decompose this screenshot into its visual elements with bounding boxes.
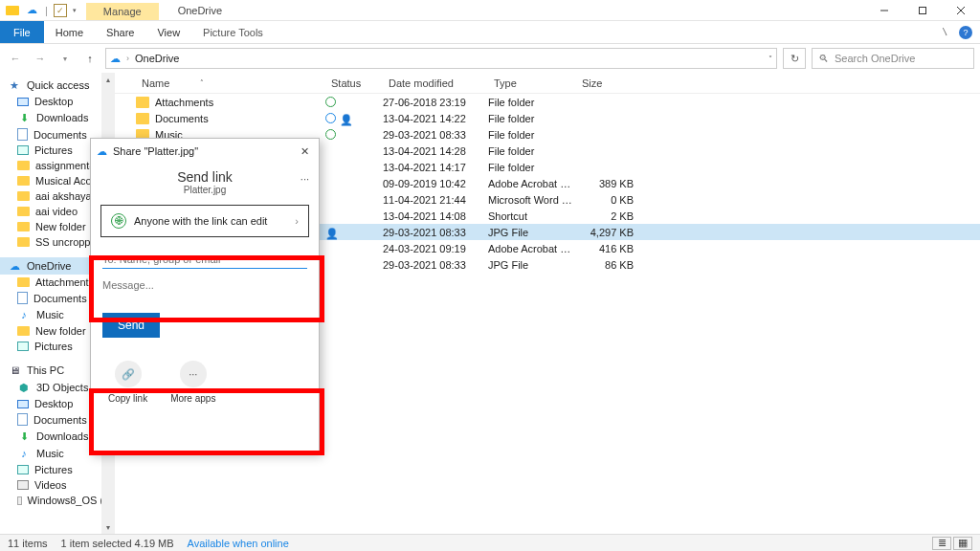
desktop-icon [17,98,29,106]
qat-sep: | [45,5,48,16]
picture-icon [17,342,29,351]
copy-link-label: Copy link [108,393,147,404]
ribbon-tab-share[interactable]: Share [95,21,145,43]
table-row[interactable]: Attachments27-06-2018 23:19File folder [115,94,980,110]
status-availability: Available when online [188,538,289,549]
sync-icon [325,97,336,107]
folder-icon [17,191,30,201]
properties-qat-button[interactable]: ✓ [54,4,67,17]
document-icon [17,413,28,426]
download-icon: ⬇ [17,111,31,124]
back-button[interactable]: ← [6,49,25,68]
column-type[interactable]: Type [488,77,576,89]
sidebar-item[interactable]: Pictures [0,462,115,477]
dialog-close-button[interactable]: ✕ [296,143,313,160]
folder-icon [17,326,30,336]
more-apps-button[interactable]: ··· More apps [170,361,215,404]
sidebar-item-label: Music [36,448,64,459]
qat-dropdown-icon[interactable]: ▾ [73,7,77,14]
search-box[interactable]: 🔍︎ Search OneDrive [812,48,974,69]
sidebar-item-label: New folder [35,221,86,232]
globe-icon: 🌐︎ [111,213,126,229]
contextual-tab-manage[interactable]: Manage [86,3,159,20]
view-details-button[interactable]: ≣ [932,537,951,550]
video-icon [17,480,29,490]
search-placeholder: Search OneDrive [835,53,915,64]
row-type: Adobe Acrobat D... [488,178,576,189]
breadcrumb-chevron-icon[interactable]: › [126,54,129,63]
3d-icon: ⬢ [17,381,31,394]
send-button[interactable]: Send [102,313,160,338]
address-dropdown-icon[interactable]: ˅ [768,55,772,63]
column-size[interactable]: Size [576,77,634,89]
link-settings-button[interactable]: 🌐︎ Anyone with the link can edit › [100,205,309,237]
column-name[interactable]: Name˄ [136,77,325,89]
forward-button[interactable]: → [31,49,50,68]
refresh-button[interactable]: ↻ [783,48,806,69]
view-large-icons-button[interactable]: ▦ [953,537,972,550]
sidebar-item-label: Music [36,309,64,320]
sidebar-item-label: Documents [33,129,87,141]
share-heading: Send link [91,169,319,185]
sidebar-item[interactable]: Desktop📌︎ [0,94,115,109]
help-icon[interactable]: ? [959,26,972,39]
sync-icon [325,113,336,123]
sidebar-quick-access[interactable]: ★ Quick access [0,77,115,94]
column-headers[interactable]: Name˄ Status Date modified Type Size [115,73,980,94]
recipient-input[interactable] [102,253,307,265]
ribbon-expand-icon[interactable]: 〵 [941,28,949,37]
column-date[interactable]: Date modified [383,77,488,89]
maximize-button[interactable] [903,0,942,21]
sidebar-item-label: Attachments [35,276,94,288]
file-tab[interactable]: File [0,21,44,43]
ribbon-tab-picture-tools[interactable]: Picture Tools [191,21,275,43]
more-apps-label: More apps [170,393,215,404]
row-size: 4,297 KB [576,227,634,238]
copy-link-button[interactable]: 🔗 Copy link [108,361,147,404]
recent-locations-button[interactable]: ▾ [56,49,75,68]
folder-icon [136,97,149,108]
column-status[interactable]: Status [325,77,383,89]
address-location[interactable]: OneDrive [135,53,179,64]
row-size: 416 KB [576,243,634,254]
chevron-right-icon: › [295,215,299,227]
sidebar-item[interactable]: Videos [0,477,115,493]
folder-icon [17,277,30,287]
folder-icon [17,222,30,231]
row-size: 86 KB [576,259,634,271]
sidebar-item-label: Downloads [36,430,88,442]
sidebar-item[interactable]: ⬇Downloads📌︎ [0,109,115,126]
row-type: File folder [488,145,576,157]
sidebar-item[interactable]: Windows8_OS (C [0,493,115,508]
ribbon: File Home Share View Picture Tools 〵 ? [0,21,980,44]
disk-icon [17,496,22,505]
row-date: 24-03-2021 09:19 [383,243,488,254]
close-button[interactable] [942,0,980,21]
cloud-icon: ☁ [110,53,121,65]
share-dialog-title: Share "Platter.jpg" [113,145,198,157]
row-type: JPG File [488,259,576,271]
share-more-options-button[interactable]: ··· [301,173,309,185]
navigation-row: ← → ▾ ↑ ☁ › OneDrive ˅ ↻ 🔍︎ Search OneDr… [0,44,980,73]
document-icon [17,292,28,304]
sidebar-item-label: Downloads [36,112,88,123]
ribbon-tab-home[interactable]: Home [44,21,95,43]
quick-access-toolbar: ☁ | ✓ ▾ [0,0,77,20]
sort-indicator-icon: ˄ [200,79,204,87]
address-bar[interactable]: ☁ › OneDrive ˅ [105,48,777,69]
row-size: 0 KB [576,194,634,206]
folder-icon [17,176,30,186]
cloud-qat-icon: ☁ [24,3,39,18]
sidebar-item-label: Musical Acou [35,175,98,187]
up-button[interactable]: ↑ [80,49,100,68]
table-row[interactable]: Documents👤13-04-2021 14:22File folder [115,110,980,126]
minimize-button[interactable] [865,0,903,21]
sidebar-item-label: Desktop [34,96,73,107]
sidebar-item-label: Documents [33,414,87,426]
ribbon-tab-view[interactable]: View [145,21,191,43]
message-input[interactable] [102,279,307,291]
row-size: 2 KB [576,210,634,222]
sidebar-quick-access-label: Quick access [27,79,89,91]
row-date: 29-03-2021 08:33 [383,259,488,271]
row-type: Adobe Acrobat D... [488,243,576,254]
